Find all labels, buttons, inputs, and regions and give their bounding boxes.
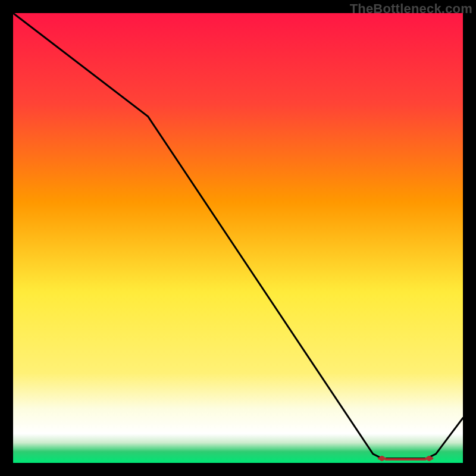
watermark-text: TheBottleneck.com xyxy=(350,1,472,17)
chart-svg xyxy=(13,13,463,463)
svg-point-1 xyxy=(379,456,384,461)
gradient-background xyxy=(13,13,463,463)
chart-area xyxy=(13,13,463,463)
svg-point-9 xyxy=(427,456,432,461)
